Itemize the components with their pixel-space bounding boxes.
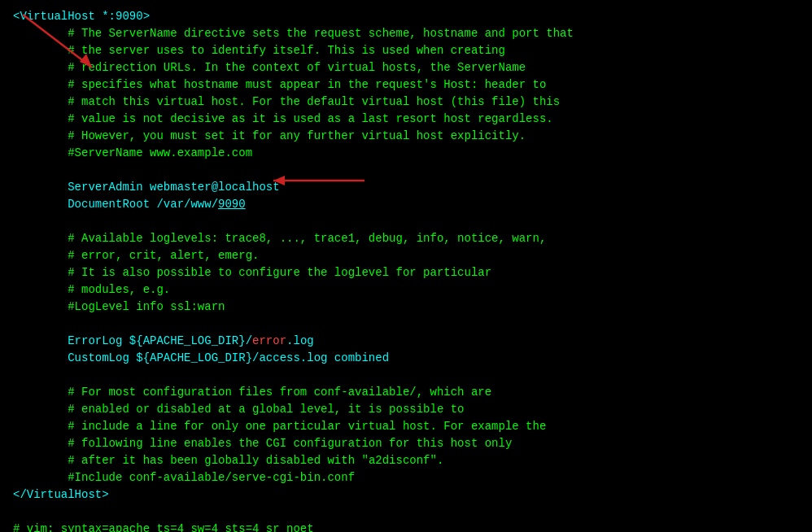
code-line: [13, 316, 799, 333]
code-content: <VirtualHost *:9090> # The ServerName di…: [13, 8, 799, 532]
code-line: ErrorLog ${APACHE_LOG_DIR}/error.log: [13, 333, 799, 350]
terminal-window: <VirtualHost *:9090> # The ServerName di…: [0, 0, 812, 532]
code-line: [13, 162, 799, 179]
code-line: # following line enables the CGI configu…: [13, 435, 799, 452]
code-line: #Include conf-available/serve-cgi-bin.co…: [13, 469, 799, 486]
code-line: <VirtualHost *:9090>: [13, 8, 799, 25]
code-line: # The ServerName directive sets the requ…: [13, 25, 799, 42]
code-line: [13, 367, 799, 384]
code-line: #LogLevel info ssl:warn: [13, 299, 799, 316]
code-line: # after it has been globally disabled wi…: [13, 452, 799, 469]
code-line: DocumentRoot /var/www/9090: [13, 196, 799, 213]
code-line: # Available loglevels: trace8, ..., trac…: [13, 230, 799, 247]
code-line: # vim: syntax=apache ts=4 sw=4 sts=4 sr …: [13, 521, 799, 532]
code-line: # redirection URLs. In the context of vi…: [13, 59, 799, 76]
code-line: # match this virtual host. For the defau…: [13, 94, 799, 111]
code-line: # the server uses to identify itself. Th…: [13, 42, 799, 59]
code-line: </VirtualHost>: [13, 486, 799, 504]
code-line: # modules, e.g.: [13, 281, 799, 299]
code-line: # enabled or disabled at a global level,…: [13, 401, 799, 418]
code-line: # value is not decisive as it is used as…: [13, 111, 799, 128]
code-line: [13, 213, 799, 230]
code-line: # error, crit, alert, emerg.: [13, 247, 799, 264]
code-line: # However, you must set it for any furth…: [13, 128, 799, 145]
code-line: # specifies what hostname must appear in…: [13, 76, 799, 94]
code-line: ServerAdmin webmaster@localhost: [13, 179, 799, 196]
code-line: CustomLog ${APACHE_LOG_DIR}/access.log c…: [13, 350, 799, 367]
code-line: # It is also possible to configure the l…: [13, 264, 799, 281]
code-line: # include a line for only one particular…: [13, 418, 799, 435]
code-line: # For most configuration files from conf…: [13, 384, 799, 401]
code-line: #ServerName www.example.com: [13, 145, 799, 162]
with-text: with: [327, 454, 355, 467]
code-line: [13, 504, 799, 521]
